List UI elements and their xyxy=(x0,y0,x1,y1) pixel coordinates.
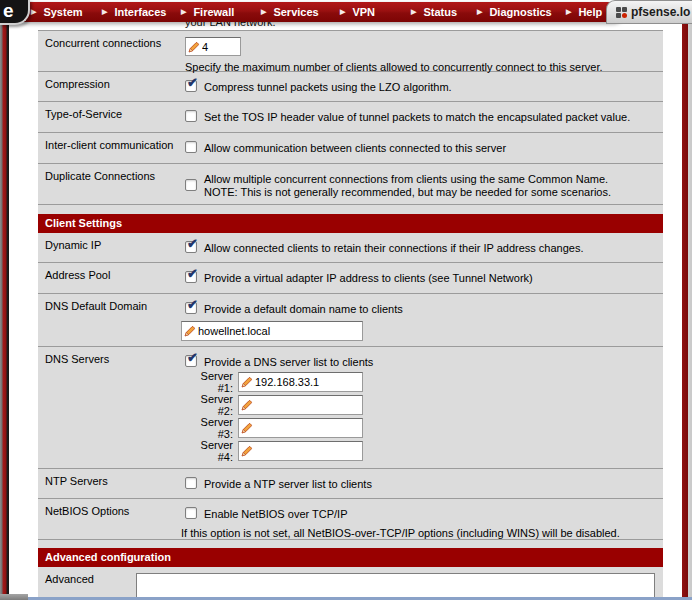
checkbox-label: Allow communication between clients conn… xyxy=(204,141,506,155)
pencil-icon xyxy=(241,376,253,388)
browser-tab-label: pfsense.lo xyxy=(631,5,690,19)
pfsense-favicon-icon xyxy=(616,7,627,18)
row-dynamic-ip: Dynamic IP Allow connected clients to re… xyxy=(38,233,663,263)
checkbox-icon[interactable] xyxy=(185,477,197,489)
row-concurrent-connections: Concurrent connections Specify the maxim… xyxy=(38,31,663,72)
checkbox-icon[interactable] xyxy=(185,302,197,314)
checkbox-note: NOTE: This is not generally recommended,… xyxy=(204,186,611,198)
row-advanced: Advanced xyxy=(38,567,663,600)
pencil-icon xyxy=(188,41,200,53)
pencil-icon xyxy=(241,399,253,411)
checkbox-label: Enable NetBIOS over TCP/IP xyxy=(204,507,347,521)
field-label: DNS Default Domain xyxy=(38,300,185,346)
advanced-textarea[interactable] xyxy=(136,573,655,600)
checkbox-icon[interactable] xyxy=(185,241,197,253)
row-compression: Compression Compress tunnel packets usin… xyxy=(38,72,663,102)
checkbox-icon[interactable] xyxy=(185,355,197,367)
row-ntp-servers: NTP Servers Provide a NTP server list to… xyxy=(38,469,663,499)
checkbox-icon[interactable] xyxy=(185,179,197,191)
server-label: Server #3: xyxy=(185,416,233,440)
page-left-border xyxy=(0,20,10,600)
row-dns-servers: DNS Servers Provide a DNS server list to… xyxy=(38,347,663,469)
menu-arrow-icon: ▶ xyxy=(261,2,266,22)
dns-domain-input[interactable] xyxy=(181,321,363,341)
inter-client-option[interactable]: Allow communication between clients conn… xyxy=(185,141,663,155)
server-label: Server #2: xyxy=(185,393,233,417)
checkbox-label: Provide a default domain name to clients xyxy=(204,302,403,316)
pencil-icon xyxy=(241,422,253,434)
field-label: Dynamic IP xyxy=(38,239,185,262)
dynamic-ip-option[interactable]: Allow connected clients to retain their … xyxy=(185,241,663,255)
checkbox-icon[interactable] xyxy=(185,110,197,122)
checkbox-icon[interactable] xyxy=(185,80,197,92)
nav-item-label: Help xyxy=(578,6,602,18)
nav-item-system[interactable]: ▶System xyxy=(31,2,83,22)
dns-server-1-row: Server #1: xyxy=(185,372,663,392)
menu-arrow-icon: ▶ xyxy=(340,2,345,22)
menu-arrow-icon: ▶ xyxy=(31,2,36,22)
window-resize-corner xyxy=(0,594,28,600)
checkbox-icon[interactable] xyxy=(185,141,197,153)
netbios-option[interactable]: Enable NetBIOS over TCP/IP xyxy=(185,507,663,521)
server-label: Server #4: xyxy=(185,439,233,463)
nav-item-label: VPN xyxy=(352,6,375,18)
checkbox-label: Provide a DNS server list to clients xyxy=(204,355,373,369)
dns-servers-option[interactable]: Provide a DNS server list to clients xyxy=(185,355,663,369)
dns-domain-option[interactable]: Provide a default domain name to clients xyxy=(185,302,663,316)
menu-arrow-icon: ▶ xyxy=(566,2,571,22)
field-label: NTP Servers xyxy=(38,475,185,498)
nav-item-diagnostics[interactable]: ▶Diagnostics xyxy=(477,2,552,22)
nav-item-help[interactable]: ▶Help xyxy=(566,2,602,22)
browser-tab[interactable]: pfsense.lo xyxy=(606,0,692,24)
compression-option[interactable]: Compress tunnel packets using the LZO al… xyxy=(185,80,663,94)
page-right-border xyxy=(682,24,692,600)
server-label: Server #1: xyxy=(185,370,233,394)
row-type-of-service: Type-of-Service Set the TOS IP header va… xyxy=(38,102,663,133)
ntp-servers-option[interactable]: Provide a NTP server list to clients xyxy=(185,477,663,491)
nav-item-label: Firewall xyxy=(193,6,234,18)
settings-table: Concurrent connections Specify the maxim… xyxy=(38,30,663,600)
nav-item-services[interactable]: ▶Services xyxy=(261,2,319,22)
menu-arrow-icon: ▶ xyxy=(477,2,482,22)
pfsense-window: your LAN network. ▶System ▶Interfaces ▶F… xyxy=(0,0,692,600)
nav-item-interfaces[interactable]: ▶Interfaces xyxy=(102,2,166,22)
nav-item-label: Diagnostics xyxy=(489,6,551,18)
row-inter-client-communication: Inter-client communication Allow communi… xyxy=(38,133,663,164)
main-nav: ▶System ▶Interfaces ▶Firewall ▶Services … xyxy=(24,2,624,22)
dns-server-2-row: Server #2: xyxy=(185,395,663,415)
field-label: Duplicate Connections xyxy=(38,170,185,204)
dns-server-3-input[interactable] xyxy=(238,418,363,438)
nav-item-vpn[interactable]: ▶VPN xyxy=(340,2,375,22)
help-text: If this option is not set, all NetBIOS-o… xyxy=(181,527,663,540)
checkbox-label: Provide a virtual adapter IP address to … xyxy=(204,271,533,285)
nav-item-label: Services xyxy=(273,6,318,18)
address-pool-option[interactable]: Provide a virtual adapter IP address to … xyxy=(185,271,663,285)
checkbox-label: Set the TOS IP header value of tunnel pa… xyxy=(204,110,630,124)
dns-server-4-row: Server #4: xyxy=(185,441,663,461)
row-netbios-options: NetBIOS Options Enable NetBIOS over TCP/… xyxy=(38,499,663,540)
checkbox-icon[interactable] xyxy=(185,507,197,519)
pencil-icon xyxy=(184,325,196,337)
dns-server-3-row: Server #3: xyxy=(185,418,663,438)
nav-item-firewall[interactable]: ▶Firewall xyxy=(181,2,234,22)
checkbox-label: Allow multiple concurrent connections fr… xyxy=(204,173,608,185)
help-text: Specify the maximum number of clients al… xyxy=(185,61,663,74)
checkbox-icon[interactable] xyxy=(185,271,197,283)
field-label: Type-of-Service xyxy=(38,108,185,132)
concurrent-connections-input[interactable] xyxy=(185,37,241,56)
dns-server-4-input[interactable] xyxy=(238,441,363,461)
menu-arrow-icon: ▶ xyxy=(181,2,186,22)
row-duplicate-connections: Duplicate Connections Allow multiple con… xyxy=(38,164,663,205)
nav-item-label: Interfaces xyxy=(114,6,166,18)
checkbox-label: Allow connected clients to retain their … xyxy=(204,241,584,255)
dns-server-1-input[interactable] xyxy=(238,372,363,392)
dns-server-2-input[interactable] xyxy=(238,395,363,415)
nav-item-status[interactable]: ▶Status xyxy=(411,2,457,22)
duplicate-connections-option[interactable]: Allow multiple concurrent connections fr… xyxy=(185,172,663,199)
nav-item-label: Status xyxy=(423,6,457,18)
row-address-pool: Address Pool Provide a virtual adapter I… xyxy=(38,263,663,294)
menu-arrow-icon: ▶ xyxy=(411,2,416,22)
field-label: Address Pool xyxy=(38,269,185,293)
field-label: Inter-client communication xyxy=(38,139,185,163)
tos-option[interactable]: Set the TOS IP header value of tunnel pa… xyxy=(185,110,663,124)
